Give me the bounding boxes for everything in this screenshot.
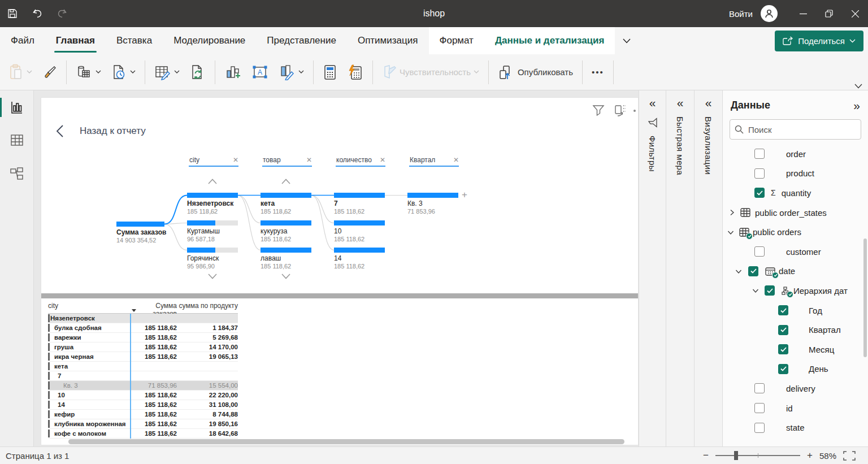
field-row-customer[interactable]: customer [723,242,868,262]
more-options-button[interactable]: ••• [592,67,604,77]
report-view-button[interactable] [0,95,34,120]
table-row[interactable]: Кв. 3 71 853,9615 554,00 [48,381,238,391]
field-row-state[interactable]: state [723,418,868,437]
fit-to-page-icon[interactable] [843,451,856,461]
minimize-button[interactable] [790,0,816,27]
field-row-quarter[interactable]: Квартал [723,320,868,340]
share-button[interactable]: Поделиться [775,31,863,51]
chevron-down-icon[interactable] [735,268,742,275]
column-header[interactable]: city [48,302,130,310]
get-data-button[interactable] [76,64,101,81]
table-row[interactable]: Нязепетровск [48,314,238,323]
format-painter-button[interactable] [42,65,57,80]
text-box-button[interactable]: A [251,64,268,80]
checkbox[interactable] [754,403,765,413]
tree-node[interactable]: Горячинск 95 986,90 [187,248,238,270]
column-header[interactable]: сумма по продукту [177,302,238,310]
field-row-order[interactable]: order [723,144,868,164]
chevron-down-icon[interactable] [752,287,759,294]
recent-sources-button[interactable] [111,64,136,81]
tree-node[interactable]: Куртамыш 96 587,18 [187,220,238,242]
table-row[interactable]: варежки 185 118,625 269,68 [48,333,238,342]
more-items-ellipsis[interactable]: ••• [280,210,290,216]
save-icon[interactable] [0,0,25,27]
visualizations-pane-collapsed[interactable]: « Визуализации [694,90,722,446]
field-row-delivery[interactable]: delivery [723,379,868,398]
table-row[interactable]: икра черная 185 118,6219 065,13 [48,352,238,362]
expand-more-icon[interactable] [208,274,217,279]
quick-measure-pane-collapsed[interactable]: « Быстрая мера [666,90,694,446]
tab-insert[interactable]: Вставка [106,27,163,54]
search-input[interactable] [748,125,844,135]
table-row[interactable]: кофе с молоком 185 118,6218 642,68 [48,429,238,439]
more-items-ellipsis[interactable]: ••• [207,210,217,216]
checkbox[interactable] [754,149,765,159]
focus-mode-icon[interactable] [614,104,627,117]
paste-button[interactable] [9,64,32,81]
tab-data-drill[interactable]: Данные и детализация [484,27,615,54]
field-row-day[interactable]: День [723,359,868,379]
field-row-product[interactable]: product [723,164,868,184]
tree-node-root[interactable]: Сумма заказов 14 903 354,52 [116,222,164,244]
tab-file[interactable]: Файл [0,27,45,54]
zoom-slider-thumb[interactable] [734,451,738,460]
redo-icon[interactable] [50,0,75,27]
close-button[interactable] [842,0,868,27]
publish-button[interactable]: Опубликовать [498,64,573,81]
table-row[interactable]: груша 185 118,6214 170,00 [48,342,238,352]
undo-icon[interactable] [25,0,50,27]
visual-table-divider[interactable] [41,293,638,298]
tab-format[interactable]: Формат [429,27,484,54]
tree-node[interactable]: кукуруза 185 118,62 [261,220,311,242]
table-row[interactable]: булка сдобная 185 118,621 184,37 [48,323,238,333]
field-row-quantity[interactable]: Σ quantity [723,183,868,203]
tab-home[interactable]: Главная [45,27,106,54]
tab-view[interactable]: Представление [256,27,347,54]
horizontal-scrollbar[interactable] [68,439,624,444]
data-view-button[interactable] [0,128,34,153]
tree-node[interactable]: 7 185 118,62 [334,193,385,215]
model-view-button[interactable] [0,162,34,187]
new-visual-button[interactable] [224,64,241,81]
new-measure-button[interactable] [323,64,337,81]
field-search-box[interactable] [730,119,861,140]
zoom-in-button[interactable]: + [807,452,813,459]
expand-quick-measure-icon[interactable]: « [666,97,694,109]
sign-in-button[interactable]: Войти [729,9,753,19]
table-row[interactable]: 10 185 118,6222 220,00 [48,391,238,400]
table-row-order-states[interactable]: public order_states [723,203,868,223]
tabs-overflow-chevron-icon[interactable] [615,27,639,54]
expand-filters-icon[interactable]: « [639,97,666,109]
tree-node[interactable]: 10 185 118,62 [334,220,385,242]
checkbox[interactable] [748,266,758,276]
checkbox[interactable] [754,423,765,433]
table-row-orders[interactable]: public orders [723,222,868,242]
field-row-id[interactable]: id [723,398,868,418]
table-row[interactable]: клубника мороженная 185 118,6219 850,16 [48,419,238,429]
field-row-year[interactable]: Год [723,301,868,320]
tab-optimization[interactable]: Оптимизация [347,27,429,54]
quick-measure-button[interactable] [348,64,363,81]
checkbox[interactable] [754,383,765,393]
checkbox[interactable] [778,325,788,335]
checkbox[interactable] [754,168,765,179]
checkbox[interactable] [754,246,765,257]
sensitivity-button[interactable]: Чувствительность [382,64,479,80]
expand-node-plus-icon[interactable]: + [462,192,467,198]
field-row-date-hierarchy[interactable]: Иерархия дат [723,281,868,301]
restore-button[interactable] [816,0,842,27]
filter-icon[interactable] [592,105,605,116]
checkbox[interactable] [754,188,765,198]
checkbox[interactable] [778,364,788,374]
collapse-ribbon-icon[interactable] [854,84,862,89]
tree-node[interactable]: Кв. 3 71 853,96 [407,193,458,215]
tree-node[interactable]: лаваш 185 118,62 [261,248,311,270]
table-row[interactable]: 14 185 118,6231 108,00 [48,400,238,410]
expand-more-icon[interactable] [281,274,290,279]
table-row[interactable]: 7 [48,371,238,381]
account-avatar[interactable] [761,5,778,22]
collapse-data-pane-icon[interactable]: » [853,100,860,111]
vertical-scrollbar[interactable] [863,238,867,357]
checkbox[interactable] [765,285,775,296]
checkbox[interactable] [778,305,788,315]
